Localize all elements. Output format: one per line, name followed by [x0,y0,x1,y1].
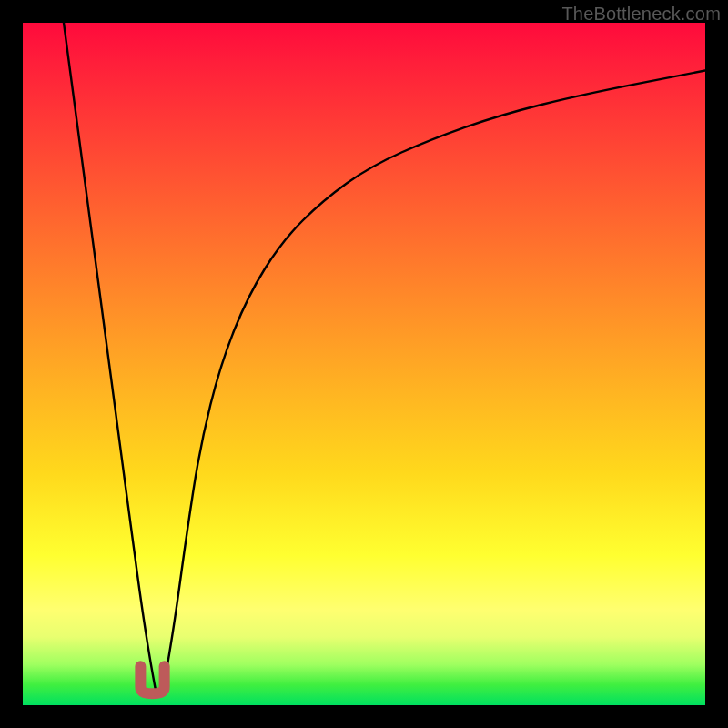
plot-area [23,23,705,705]
chart-container: TheBottleneck.com [0,0,728,728]
watermark-text: TheBottleneck.com [561,4,721,25]
curve-left-branch [64,23,156,692]
curve-right-branch [163,71,705,693]
chart-svg [23,23,705,705]
